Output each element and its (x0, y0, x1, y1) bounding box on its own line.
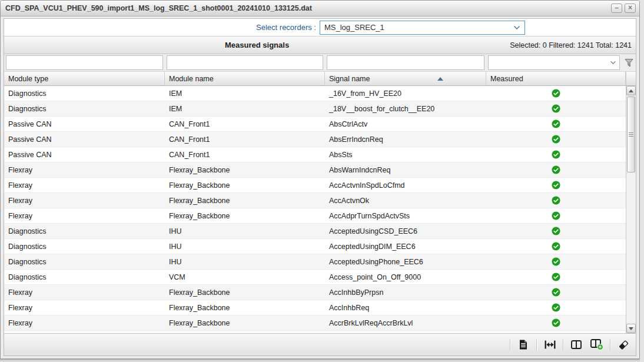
filter-cell-measured (486, 54, 622, 71)
background-strip (640, 0, 644, 362)
cell-signal-name: AccInhbReq (325, 304, 486, 312)
column-label: Module name (169, 75, 214, 83)
table-row[interactable]: Diagnostics IHU AcceptedUsingDIM_EEC6 (4, 239, 626, 254)
cell-module-name: IHU (165, 258, 325, 266)
table-row[interactable]: Diagnostics IHU AcceptedUsingPhone_EEC6 (4, 254, 626, 270)
column-header-signal-name[interactable]: Signal name (325, 72, 486, 85)
table-row[interactable]: Diagnostics VCM Access_point_On_Off_9000 (4, 270, 626, 285)
cell-module-type: Diagnostics (4, 273, 165, 281)
column-label: Signal name (329, 75, 370, 83)
filter-row (4, 54, 636, 72)
table-row[interactable]: Flexray Flexray_Backbone AbsWarnIndcnReq (4, 162, 626, 178)
cell-signal-name: Access_point_On_Off_9000 (325, 273, 486, 281)
fit-column-width-button[interactable] (542, 337, 557, 353)
cell-module-type: Passive CAN (4, 120, 165, 128)
table-row[interactable]: Flexray Flexray_Backbone AccActvnInSpdLo… (4, 178, 626, 193)
cell-measured (486, 257, 626, 266)
table-row[interactable]: Passive CAN CAN_Front1 AbsCtrlActv (4, 117, 626, 132)
cell-signal-name: _16V_from_HV_EE20 (325, 89, 486, 98)
cell-signal-name: AccActvnOk (325, 197, 486, 205)
scroll-up-button[interactable] (626, 86, 636, 95)
column-header-module-name[interactable]: Module name (165, 72, 325, 85)
toolbar-separator (563, 339, 563, 351)
measured-check-icon (552, 242, 560, 251)
funnel-icon (624, 58, 634, 68)
thumb-grip (629, 136, 633, 137)
cell-measured (486, 242, 626, 251)
cell-module-type: Diagnostics (4, 105, 165, 113)
cell-module-type: Flexray (4, 197, 165, 205)
export-document-button[interactable] (516, 337, 531, 353)
cell-module-type: Flexray (4, 212, 165, 220)
table-row[interactable]: Flexray Flexray_Backbone AccActvnOk (4, 193, 626, 208)
table-row[interactable]: Diagnostics IEM _18V__boost_for_clutch__… (4, 101, 626, 117)
measured-check-icon (552, 288, 560, 297)
scroll-down-button[interactable] (626, 324, 636, 333)
recorders-dropdown[interactable]: MS_log_SREC_1 (320, 21, 525, 35)
cell-module-type: Flexray (4, 288, 165, 297)
cell-signal-name: AcceptedUsingDIM_EEC6 (325, 243, 486, 251)
content-panel: Select recorders : MS_log_SREC_1 Measure… (4, 18, 636, 356)
cell-module-name: IEM (165, 105, 325, 113)
table-row[interactable]: Flexray Flexray_Backbone AccrBrkLvlReqAc… (4, 315, 626, 331)
scrollbar-thumb[interactable] (627, 97, 635, 172)
signal-name-filter-input[interactable] (327, 55, 484, 70)
cell-measured (486, 227, 626, 235)
table-row[interactable]: Passive CAN CAN_Front1 AbsErrIndcnReq (4, 132, 626, 147)
clear-filter-button[interactable] (616, 337, 631, 353)
cell-measured (486, 89, 626, 98)
filter-button[interactable] (622, 58, 636, 68)
cell-signal-name: AccInhbByPrpsn (325, 288, 486, 297)
cell-module-name: Flexray_Backbone (165, 212, 325, 220)
table-row[interactable]: Flexray Flexray_Backbone AccAdprTurnSpdA… (4, 208, 626, 224)
selection-status: Selected: 0 Filtered: 1241 Total: 1241 (510, 41, 636, 49)
toolbar-separator (610, 339, 610, 351)
signals-header: Measured signals Selected: 0 Filtered: 1… (4, 36, 636, 54)
module-name-filter-input[interactable] (167, 55, 323, 70)
bottom-toolbar (4, 333, 636, 356)
title-bar[interactable]: CFD_SPA_VCU1_PHEV_590_import1_MS_log_SRE… (1, 1, 639, 16)
table-row[interactable]: Passive CAN CAN_Front1 AbsSts (4, 147, 626, 162)
cell-module-name: Flexray_Backbone (165, 319, 325, 327)
cell-signal-name: AbsCtrlActv (325, 120, 486, 128)
cell-module-name: IEM (165, 89, 325, 98)
cell-module-name: CAN_Front1 (165, 135, 325, 144)
table-row-partial[interactable] (4, 331, 626, 333)
panel-title: Measured signals (4, 41, 510, 49)
cell-measured (486, 273, 626, 281)
minimize-button[interactable]: – (611, 4, 622, 13)
cell-signal-name: AcceptedUsingCSD_EEC6 (325, 227, 486, 235)
add-column-button[interactable] (589, 337, 605, 353)
vertical-scrollbar[interactable] (626, 86, 636, 333)
measured-check-icon (552, 196, 560, 205)
window-title: CFD_SPA_VCU1_PHEV_590_import1_MS_log_SRE… (5, 4, 611, 12)
column-header-measured[interactable]: Measured (486, 72, 626, 85)
measured-check-icon (552, 303, 560, 312)
table-row[interactable]: Flexray Flexray_Backbone AccInhbReq (4, 300, 626, 315)
table-row[interactable]: Diagnostics IEM _16V_from_HV_EE20 (4, 86, 626, 101)
table-row[interactable]: Flexray Flexray_Backbone AccInhbByPrpsn (4, 285, 626, 300)
cell-measured (486, 165, 626, 174)
cell-measured (486, 288, 626, 297)
cell-module-name: CAN_Front1 (165, 120, 325, 128)
cell-module-name: Flexray_Backbone (165, 197, 325, 205)
column-header-module-type[interactable]: Module type (4, 72, 165, 85)
header-scroll-spacer (626, 72, 636, 85)
cell-signal-name: AccrBrkLvlReqAccrBrkLvl (325, 319, 486, 327)
cell-module-type: Flexray (4, 304, 165, 312)
chevron-down-icon (610, 61, 616, 65)
column-label: Measured (490, 75, 523, 83)
module-type-filter-input[interactable] (6, 55, 163, 70)
split-columns-button[interactable] (569, 337, 584, 353)
chevron-down-icon (513, 25, 520, 30)
measured-check-icon (552, 181, 560, 190)
cell-measured (486, 135, 626, 144)
table-row[interactable]: Diagnostics IHU AcceptedUsingCSD_EEC6 (4, 224, 626, 239)
cell-measured (486, 303, 626, 312)
close-button[interactable]: × (625, 4, 636, 13)
measured-check-icon (552, 273, 560, 281)
table-body: Diagnostics IEM _16V_from_HV_EE20 Diagno… (4, 86, 636, 333)
thumb-grip (629, 134, 633, 135)
measured-filter-dropdown[interactable] (488, 55, 620, 70)
cell-module-name: VCM (165, 273, 325, 281)
